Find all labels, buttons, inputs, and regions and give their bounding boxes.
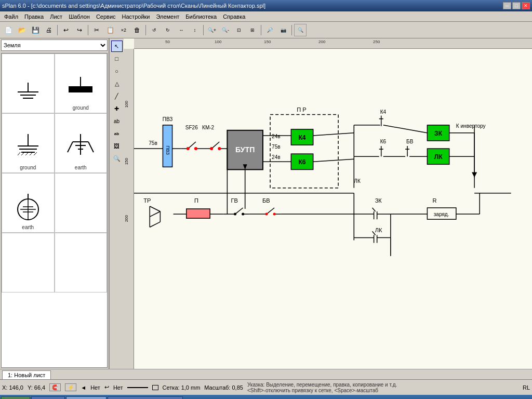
svg-text:75в: 75в [149, 140, 157, 146]
component-ground-filled[interactable]: ground [55, 54, 108, 113]
component-earth-triple[interactable]: earth [55, 113, 108, 173]
mirror-v-button[interactable]: ↕ [189, 24, 201, 36]
zoom-in-button[interactable]: 🔍+ [206, 24, 218, 36]
svg-text:ЛК: ЛК [434, 153, 443, 161]
text-tool[interactable]: ab [111, 115, 123, 127]
svg-text:ЗК: ЗК [434, 130, 443, 137]
rect-tool[interactable]: □ [111, 53, 123, 64]
triangle-tool[interactable]: △ [111, 78, 123, 89]
maximize-button[interactable]: □ [512, 2, 521, 9]
menu-item-справка[interactable]: Справка [220, 12, 248, 21]
statusbar: X: 146,0 Y: 66,4 🧲 ⚡ ◄ Нет ↩ Нет Сетка: … [0, 379, 532, 395]
tab-new-sheet[interactable]: 1: Новый лист [2, 370, 51, 379]
component-category-selector[interactable]: Земля [1, 39, 108, 51]
svg-text:ГВ: ГВ [231, 197, 237, 204]
taskbar-document[interactable]: 📄 Документ1 - Microso... [108, 396, 182, 399]
zoom-select-button[interactable]: ⊞ [246, 24, 259, 36]
svg-text:75в: 75в [272, 144, 281, 150]
menu-item-правка[interactable]: Правка [21, 12, 47, 21]
svg-point-107 [234, 213, 236, 216]
sep6 [291, 25, 292, 35]
wire-tool[interactable]: ✚ [111, 103, 123, 114]
rotate-right-button[interactable]: ↻ [162, 24, 174, 36]
svg-text:К инвертору: К инвертору [456, 123, 486, 129]
close-button[interactable]: ✕ [522, 2, 530, 9]
sep5 [261, 25, 261, 35]
ruler-mark-200: 200 [318, 39, 325, 44]
new-button[interactable]: 📄 [2, 24, 15, 36]
svg-text:БУТП: БУТП [235, 145, 255, 154]
ruler-mark-100-v: 100 [124, 101, 129, 108]
zoom-custom-button[interactable]: 🔍 [294, 24, 307, 36]
zoom-out-button[interactable]: 🔍- [219, 24, 232, 36]
menu-item-файл[interactable]: Файл [1, 12, 21, 21]
svg-point-113 [265, 213, 268, 216]
component-ground-simple[interactable] [2, 54, 55, 113]
menu-item-элемент[interactable]: Элемент [153, 12, 182, 21]
coord-x: X: 146,0 [2, 384, 23, 391]
component-blank2[interactable] [2, 233, 55, 292]
line-tool[interactable]: ╱ [111, 90, 123, 102]
svg-text:КМ-2: КМ-2 [202, 125, 215, 130]
copy-button[interactable]: 📋 [104, 24, 116, 36]
menu-item-шаблон[interactable]: Шаблон [65, 12, 93, 21]
svg-text:К6: К6 [380, 139, 387, 144]
redo-button[interactable]: ↪ [73, 24, 86, 36]
component-blank3[interactable] [55, 233, 108, 292]
start-button[interactable]: ⊞ Пуск [1, 396, 30, 399]
zoom-tool[interactable]: 🔍 [111, 153, 123, 164]
ruler-mark-100: 100 [215, 39, 221, 44]
circuit-diagram: ПВЗ ПВЗ 75в SF26 КМ-2 [134, 49, 532, 369]
photo-button[interactable]: 📷 [277, 24, 289, 36]
svg-text:П Р: П Р [297, 107, 306, 113]
taskbar-scany[interactable]: 📁 Сканы [31, 396, 65, 399]
category-dropdown[interactable]: Земля [2, 42, 107, 49]
scale-info: Масштаб: 0,85 [204, 384, 243, 391]
hint-text: Указка: Выделение, перемещение, правка, … [247, 382, 518, 393]
svg-text:П: П [194, 197, 198, 204]
svg-text:К6: К6 [298, 158, 305, 166]
ruler-top: 50 100 150 200 250 [134, 38, 532, 49]
circle-tool[interactable]: ○ [111, 65, 123, 77]
mirror-h-button[interactable]: ↔ [175, 24, 188, 36]
component-earth-circle[interactable]: earth [2, 173, 55, 233]
menu-item-лист[interactable]: Лист [47, 12, 65, 21]
component-earth-blank1[interactable] [55, 173, 108, 233]
open-button[interactable]: 📂 [16, 24, 28, 36]
undo-button[interactable]: ↩ [60, 24, 72, 36]
taskbar-splan[interactable]: ⚡ sPlan 6.0 [66, 396, 107, 399]
find-button[interactable]: 🔎 [263, 24, 276, 36]
minimize-button[interactable]: ─ [503, 2, 511, 9]
save-button[interactable]: 💾 [29, 24, 42, 36]
title-text: sPlan 6.0 - [c:\documents and settings\А… [2, 3, 265, 9]
menu-item-настройки[interactable]: Настройки [119, 12, 153, 21]
canvas-area[interactable]: 50 100 150 200 250 100 150 200 ПВЗ ПВЗ 7 [124, 38, 532, 369]
svg-text:ПВЗ: ПВЗ [163, 116, 173, 122]
grid-info: Сетка: 1,0 mm [163, 384, 201, 391]
box-sample [152, 385, 158, 390]
svg-text:ЛК: ЛК [354, 178, 361, 184]
menu-item-библиотека[interactable]: Библиотека [182, 12, 220, 21]
rotate-left-button[interactable]: ↺ [148, 24, 161, 36]
svg-text:БВ: БВ [406, 139, 414, 144]
sep3 [145, 25, 146, 35]
canvas-content[interactable]: ПВЗ ПВЗ 75в SF26 КМ-2 [134, 49, 532, 369]
cut-button[interactable]: ✂ [90, 24, 103, 36]
svg-text:ЛК: ЛК [375, 227, 382, 233]
component-label-earth2: earth [22, 224, 34, 230]
image-tool[interactable]: 🖼 [111, 140, 123, 152]
taskbar: ⊞ Пуск 📁 Сканы ⚡ sPlan 6.0 📄 Документ1 -… [0, 395, 532, 399]
svg-rect-100 [187, 209, 210, 218]
print-button[interactable]: 🖨 [43, 24, 55, 36]
zoom-fit-button[interactable]: ⊡ [233, 24, 245, 36]
component-ground-slash[interactable]: ground [2, 113, 55, 173]
svg-text:SF26: SF26 [185, 125, 198, 130]
wire-icon: ⚡ [68, 384, 74, 390]
svg-point-39 [194, 147, 197, 150]
paste-button[interactable]: ×2 [117, 24, 130, 36]
status-wire: ⚡ [65, 383, 76, 391]
menu-item-сервис[interactable]: Сервис [93, 12, 119, 21]
delete-button[interactable]: 🗑 [131, 24, 143, 36]
text2-tool[interactable]: ab [111, 128, 123, 139]
select-tool[interactable]: ↖ [111, 41, 123, 52]
